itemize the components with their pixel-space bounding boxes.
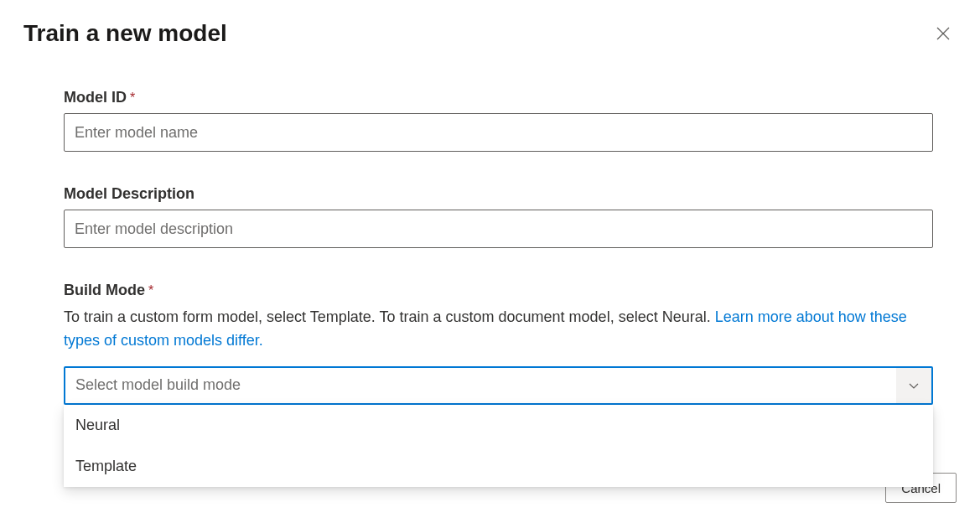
build-mode-label: Build Mode — [64, 282, 145, 298]
build-mode-field: Build Mode* To train a custom form model… — [64, 282, 933, 405]
dialog-header: Train a new model — [23, 20, 957, 47]
model-id-label: Model ID — [64, 89, 127, 106]
close-icon — [936, 27, 950, 40]
build-mode-help-text: To train a custom form model, select Tem… — [64, 308, 715, 325]
close-button[interactable] — [930, 20, 957, 47]
chevron-down-icon — [908, 380, 920, 391]
model-description-input[interactable] — [64, 210, 933, 248]
option-neural[interactable]: Neural — [64, 405, 933, 446]
dialog-title: Train a new model — [23, 20, 227, 47]
model-description-label-row: Model Description — [64, 185, 933, 203]
option-template[interactable]: Template — [64, 446, 933, 487]
dropdown-chevron-box — [896, 368, 931, 403]
model-id-field: Model ID* — [64, 89, 933, 152]
build-mode-placeholder: Select model build mode — [65, 376, 896, 394]
form-area: Model ID* Model Description Build Mode* … — [23, 89, 957, 405]
build-mode-options: Neural Template — [64, 405, 933, 487]
train-model-dialog: Train a new model Model ID* Model Descri… — [0, 0, 980, 425]
build-mode-dropdown-wrap: Select model build mode Neural Template — [64, 366, 933, 405]
model-description-label: Model Description — [64, 185, 194, 202]
build-mode-label-row: Build Mode* — [64, 282, 933, 299]
required-mark: * — [130, 91, 135, 105]
model-id-label-row: Model ID* — [64, 89, 933, 106]
model-id-input[interactable] — [64, 113, 933, 152]
build-mode-help: To train a custom form model, select Tem… — [64, 306, 933, 353]
required-mark: * — [148, 283, 153, 298]
model-description-field: Model Description — [64, 185, 933, 248]
build-mode-dropdown[interactable]: Select model build mode — [64, 366, 933, 405]
